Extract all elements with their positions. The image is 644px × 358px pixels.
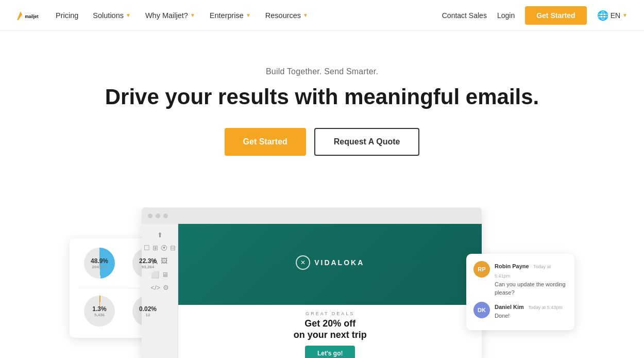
settings-icon[interactable]: ⚙ xyxy=(163,284,169,291)
nav-why-mailjet[interactable]: Why Mailjet? ▼ xyxy=(145,11,195,20)
chat-message-2: DK Daniel Kim Today at 5:43pm Done! xyxy=(473,302,567,320)
email-logo-area: ✕ VIDALOKA xyxy=(296,255,364,270)
grid-icon[interactable]: ⊞ xyxy=(152,244,158,252)
solutions-arrow-icon: ▼ xyxy=(126,12,131,18)
checkbox-icon[interactable]: ☐ xyxy=(144,244,150,252)
chat-message-1: RP Robin Payne Today at 5:41pm Can you u… xyxy=(473,261,567,297)
hero-buttons: Get Started Request A Quote xyxy=(10,128,634,156)
nav-resources[interactable]: Resources ▼ xyxy=(265,11,308,20)
chat-name-1: Robin Payne Today at 5:41pm xyxy=(495,261,567,280)
svg-text:mailjet: mailjet xyxy=(25,13,39,19)
nav-get-started-button[interactable]: Get Started xyxy=(525,6,586,25)
navbar: mailjet Pricing Solutions ▼ Why Mailjet?… xyxy=(0,0,644,31)
browser-dot-3 xyxy=(163,214,168,218)
browser-bar xyxy=(142,207,482,224)
chat-avatar-1: RP xyxy=(473,261,490,278)
sidebar-row-1: ☐ ⊞ ⦿ ⊟ xyxy=(144,244,176,252)
browser-dot-1 xyxy=(148,214,152,218)
image-icon[interactable]: 🖼 xyxy=(161,257,167,266)
nav-pricing[interactable]: Pricing xyxy=(56,11,78,20)
email-hero-image: ✕ VIDALOKA xyxy=(178,224,482,305)
why-arrow-icon: ▼ xyxy=(190,12,195,18)
stat-open-rate: 48.9% 204,512 xyxy=(79,248,120,281)
upload-icon[interactable]: ⬆ xyxy=(157,231,163,239)
showcase-section: 48.9% 204,512 22.3% 93,264 1.3% 5 xyxy=(0,207,644,358)
logo[interactable]: mailjet xyxy=(16,7,39,24)
svg-marker-0 xyxy=(17,11,22,20)
sidebar-row-4: </> ⚙ xyxy=(150,284,169,291)
hero-subtitle: Build Together. Send Smarter. xyxy=(10,67,634,76)
chat-bubble-1: Robin Payne Today at 5:41pm Can you upda… xyxy=(495,261,567,297)
table-icon[interactable]: ⊟ xyxy=(170,244,176,252)
email-cta-button[interactable]: Let's go! xyxy=(305,346,355,358)
resources-arrow-icon: ▼ xyxy=(303,12,308,18)
browser-dot-2 xyxy=(156,214,160,218)
login-link[interactable]: Login xyxy=(497,11,515,20)
hero-section: Build Together. Send Smarter. Drive your… xyxy=(0,31,644,207)
email-body: GREAT DEALS Get 20% off on your next tri… xyxy=(178,305,482,358)
nav-links: Pricing Solutions ▼ Why Mailjet? ▼ Enter… xyxy=(56,11,308,20)
email-brand-name: VIDALOKA xyxy=(314,258,364,267)
email-deal-title-2: on your next trip xyxy=(294,330,367,341)
code-icon[interactable]: </> xyxy=(150,284,160,291)
nav-right: Contact Sales Login Get Started 🌐 EN ▼ xyxy=(442,6,628,25)
embed-icon[interactable]: ⬜ xyxy=(151,271,159,279)
hero-get-started-button[interactable]: Get Started xyxy=(225,128,306,156)
chat-bubble-2: Daniel Kim Today at 5:43pm Done! xyxy=(495,302,567,320)
nav-solutions[interactable]: Solutions ▼ xyxy=(93,11,131,20)
hero-title: Drive your results with meaningful email… xyxy=(10,85,634,109)
monitor-icon[interactable]: 🖥 xyxy=(162,271,168,279)
nav-left: mailjet Pricing Solutions ▼ Why Mailjet?… xyxy=(16,7,308,24)
nav-enterprise[interactable]: Enterprise ▼ xyxy=(210,11,251,20)
email-preview: ✕ VIDALOKA GREAT DEALS Get 20% off on yo… xyxy=(178,224,482,358)
stat-circle-3: 1.3% 5,436 xyxy=(84,296,115,327)
chat-name-2: Daniel Kim Today at 5:43pm xyxy=(495,302,567,311)
showcase-inner: 48.9% 204,512 22.3% 93,264 1.3% 5 xyxy=(70,207,574,358)
browser-window: ⬆ ☐ ⊞ ⦿ ⊟ A 🖼 ⬜ 🖥 xyxy=(142,207,482,358)
hero-request-quote-button[interactable]: Request A Quote xyxy=(314,128,420,156)
email-deals-label: GREAT DEALS xyxy=(306,311,354,316)
chat-widget: RP Robin Payne Today at 5:41pm Can you u… xyxy=(466,254,574,330)
globe-icon: 🌐 xyxy=(597,10,608,21)
stat-circle-1: 48.9% 204,512 xyxy=(84,248,115,279)
chat-text-2: Done! xyxy=(495,312,567,320)
chat-text-1: Can you update the wording please? xyxy=(495,281,567,297)
email-deal-title-1: Get 20% off xyxy=(304,318,355,330)
columns-icon[interactable]: ⦿ xyxy=(161,244,167,252)
chat-avatar-2: DK xyxy=(473,302,490,318)
editor-sidebar: ⬆ ☐ ⊞ ⦿ ⊟ A 🖼 ⬜ 🖥 xyxy=(142,224,178,358)
lang-arrow-icon: ▼ xyxy=(622,12,628,18)
browser-content: ⬆ ☐ ⊞ ⦿ ⊟ A 🖼 ⬜ 🖥 xyxy=(142,224,482,358)
contact-sales-link[interactable]: Contact Sales xyxy=(442,11,487,20)
email-brand-icon: ✕ xyxy=(296,255,310,270)
language-selector[interactable]: 🌐 EN ▼ xyxy=(597,10,628,21)
enterprise-arrow-icon: ▼ xyxy=(246,12,251,18)
sidebar-row-3: ⬜ 🖥 xyxy=(151,271,168,279)
stat-bounce-rate: 1.3% 5,436 xyxy=(79,296,120,329)
